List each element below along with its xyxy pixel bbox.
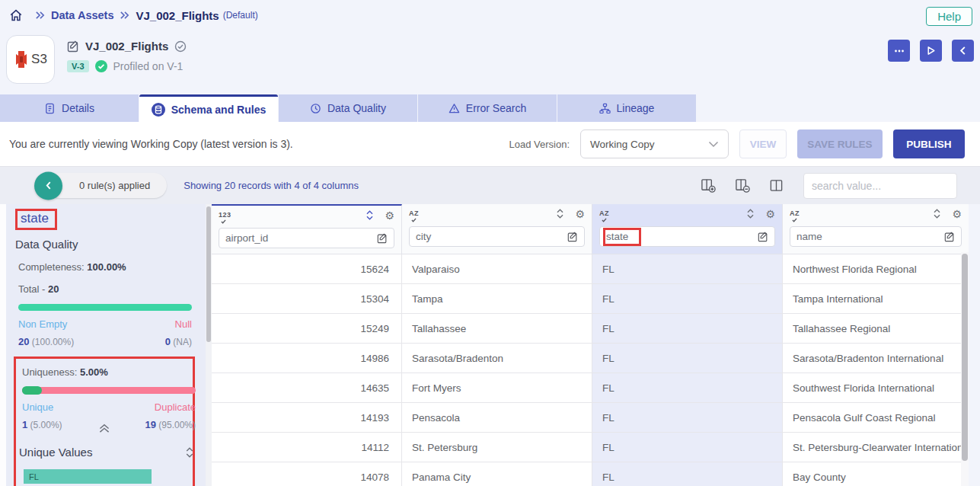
column-name-field[interactable]: city [409,226,585,247]
cell-state[interactable]: FL [592,314,783,344]
edit-column-icon[interactable] [377,233,388,244]
column-settings-gear-icon[interactable]: ⚙ [765,209,775,219]
cell-airport_id[interactable]: 14635 [212,373,402,403]
cell-city[interactable]: Tallahassee [402,314,592,344]
column-settings-gear-icon[interactable]: ⚙ [575,209,585,219]
table-row[interactable]: 14078Panama CityFLBay County [212,462,969,486]
tab-label: Schema and Rules [171,104,267,116]
help-button[interactable]: Help [926,7,972,26]
uniqueness-bar [22,387,196,394]
table-row[interactable]: 14635Fort MyersFLSouthwest Florida Inter… [212,373,969,403]
view-button[interactable]: VIEW [739,129,787,158]
cell-city[interactable]: Sarasota/Bradenton [402,344,592,373]
split-columns-icon[interactable] [769,178,784,193]
load-version-select[interactable]: Working Copy [580,129,729,158]
source-type-label: S3 [31,52,47,67]
column-name-field[interactable]: airport_id [219,228,394,248]
cell-airport_id[interactable]: 14112 [212,433,402,462]
cell-city[interactable]: Valparaiso [402,254,592,284]
cell-city[interactable]: Panama City [402,462,592,486]
tab-label: Details [62,102,94,114]
cell-city[interactable]: Tampa [402,284,592,314]
breadcrumb-data-assets[interactable]: Data Assets [51,9,113,21]
scrollbar-thumb[interactable] [962,254,968,461]
tab-data-quality[interactable]: Data Quality [279,94,417,122]
cell-name[interactable]: Bay County [783,462,969,486]
cell-name[interactable]: Tampa International [783,284,969,314]
save-rules-button[interactable]: SAVE RULES [797,129,883,158]
document-icon [44,103,56,114]
cell-name[interactable]: St. Petersburg-Clearwater International [783,433,969,462]
cell-state[interactable]: FL [592,403,783,433]
cell-airport_id[interactable]: 15249 [212,314,402,344]
cell-airport_id[interactable]: 15304 [212,284,402,314]
breadcrumb: Data Assets VJ_002_Flights (Default) Hel… [0,0,980,30]
cell-state[interactable]: FL [592,373,783,403]
sort-icon[interactable] [745,208,756,219]
cell-state[interactable]: FL [592,433,783,462]
schema-icon [152,103,165,117]
edit-column-icon[interactable] [567,232,578,242]
cell-name[interactable]: Pensacola Gulf Coast Regional [783,403,969,433]
tab-error-search[interactable]: Error Search [418,94,557,122]
cell-state[interactable]: FL [592,254,783,284]
table-row[interactable]: 15249TallahasseeFLTallahassee Regional [212,314,969,344]
column-settings-gear-icon[interactable]: ⚙ [385,210,394,221]
cell-name[interactable]: Northwest Florida Regional [783,254,969,284]
table-row[interactable]: 14112St. PetersburgFLSt. Petersburg-Clea… [212,433,969,462]
cell-airport_id[interactable]: 15624 [212,254,402,284]
selected-version: Working Copy [590,139,655,150]
uniqueness-stat: Uniqueness: 5.00% [22,366,187,378]
cell-airport_id[interactable]: 14193 [212,403,402,433]
edit-column-icon[interactable] [758,232,768,242]
column-settings-gear-icon[interactable]: ⚙ [952,209,962,219]
run-profile-button[interactable] [920,40,942,62]
tab-details[interactable]: Details [0,94,139,122]
tab-schema-and-rules[interactable]: Schema and Rules [139,94,278,122]
collapse-back-button[interactable] [952,40,974,62]
cell-name[interactable]: Southwest Florida International [783,373,969,403]
unique-values-sort-icon[interactable] [184,446,196,459]
sort-icon[interactable] [364,209,375,221]
asset-title: VJ_002_Flights [85,40,168,53]
table-row[interactable]: 14986Sarasota/BradentonFLSarasota/Braden… [212,344,969,373]
collapse-section-icon[interactable] [98,424,111,433]
remove-column-icon[interactable] [735,177,751,193]
edit-column-icon[interactable] [944,232,955,242]
data-grid: 123 ⚙ airport_id AZ ⚙ [212,204,969,486]
chevrons-right-icon [35,11,45,20]
breadcrumb-current: VJ_002_Flights [136,9,219,22]
cell-name[interactable]: Tallahassee Regional [783,314,969,344]
cell-city[interactable]: Pensacola [402,403,592,433]
grid-header: 123 ⚙ airport_id AZ ⚙ [212,204,969,254]
publish-button[interactable]: PUBLISH [893,129,965,158]
table-row[interactable]: 15624ValparaisoFLNorthwest Florida Regio… [212,254,969,284]
table-row[interactable]: 14193PensacolaFLPensacola Gulf Coast Reg… [212,403,969,433]
home-icon[interactable] [9,8,23,22]
collapse-rules-panel-button[interactable] [34,171,62,200]
add-column-icon[interactable] [701,177,717,193]
cell-state[interactable]: FL [592,284,783,314]
cell-airport_id[interactable]: 14078 [212,462,402,486]
sort-icon[interactable] [931,208,943,219]
search-input[interactable] [803,173,957,199]
column-name-field[interactable]: name [790,226,962,247]
cell-state[interactable]: FL [592,462,783,486]
tab-lineage[interactable]: Lineage [557,94,696,122]
cell-city[interactable]: St. Petersburg [402,433,592,462]
right-gutter [969,204,980,486]
cell-state[interactable]: FL [592,344,783,373]
working-copy-message: You are currently viewing Working Copy (… [9,138,293,150]
table-row[interactable]: 15304TampaFLTampa International [212,284,969,314]
edit-title-icon[interactable] [67,40,79,53]
sort-icon[interactable] [554,208,566,219]
cell-city[interactable]: Fort Myers [402,373,592,403]
column-name-field[interactable]: state [599,226,775,247]
cell-name[interactable]: Sarasota/Bradenton International [783,344,969,373]
s3-source-card: S3 [6,35,55,84]
cell-airport_id[interactable]: 14986 [212,344,402,373]
records-summary: Showing 20 records with 4 of 4 columns [184,180,359,191]
more-actions-button[interactable] [888,40,910,62]
chevron-down-icon [708,141,719,148]
scrollbar-thumb[interactable] [206,206,211,342]
